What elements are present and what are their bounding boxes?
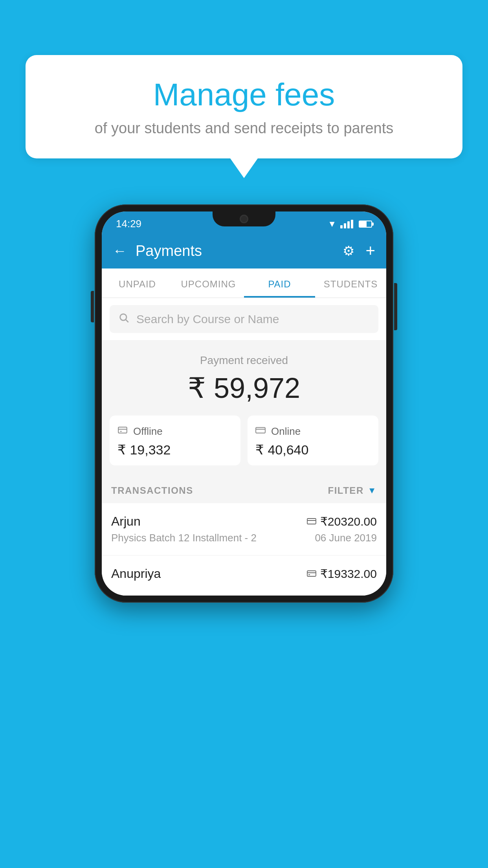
- transaction-top-arjun: Arjun ₹20320.00: [111, 514, 377, 529]
- wifi-icon: ▼: [328, 219, 336, 229]
- offline-card-header: Offline: [117, 425, 233, 438]
- search-input-wrapper[interactable]: Search by Course or Name: [110, 305, 378, 333]
- tab-paid[interactable]: PAID: [244, 268, 315, 298]
- speech-bubble: Manage fees of your students and send re…: [26, 55, 462, 158]
- signal-bars-icon: [340, 220, 353, 228]
- svg-rect-2: [118, 427, 127, 433]
- tab-unpaid[interactable]: UNPAID: [102, 268, 173, 298]
- online-label: Online: [271, 425, 301, 438]
- search-icon: [118, 312, 129, 326]
- svg-line-1: [126, 320, 128, 322]
- offline-payment-icon: [117, 425, 128, 438]
- payment-received-label: Payment received: [110, 354, 378, 367]
- tab-upcoming[interactable]: UPCOMING: [173, 268, 244, 298]
- bubble-title: Manage fees: [49, 77, 439, 113]
- transaction-amount-anupriya: ₹19332.00: [320, 567, 377, 581]
- transaction-date-arjun: 06 June 2019: [315, 532, 377, 544]
- online-card-header: Online: [255, 425, 371, 438]
- search-container: Search by Course or Name: [102, 298, 386, 340]
- svg-rect-7: [307, 519, 316, 524]
- table-row[interactable]: Anupriya ₹19332.00: [102, 555, 386, 596]
- transactions-header: TRANSACTIONS FILTER ▼: [102, 476, 386, 503]
- status-icons: ▼: [328, 219, 372, 229]
- phone-device: 14:29 ▼: [95, 204, 393, 603]
- table-row[interactable]: Arjun ₹20320.00 Physics Batch 12 Install…: [102, 503, 386, 555]
- status-time: 14:29: [116, 218, 141, 230]
- transactions-label: TRANSACTIONS: [111, 485, 193, 496]
- page-title: Payments: [136, 243, 343, 259]
- transaction-name-arjun: Arjun: [111, 514, 141, 529]
- svg-point-0: [120, 314, 127, 320]
- transaction-amount-arjun: ₹20320.00: [320, 515, 377, 528]
- online-mode-icon-arjun: [307, 516, 316, 527]
- add-button[interactable]: +: [365, 241, 375, 260]
- battery-icon: [359, 221, 372, 228]
- phone-screen: 14:29 ▼: [102, 211, 386, 596]
- offline-mode-icon-anupriya: [307, 568, 316, 579]
- header-actions: ⚙ +: [343, 241, 375, 260]
- offline-payment-card: Offline ₹ 19,332: [110, 416, 240, 465]
- tabs-bar: UNPAID UPCOMING PAID STUDENTS: [102, 268, 386, 298]
- online-payment-card: Online ₹ 40,640: [248, 416, 378, 465]
- speech-bubble-container: Manage fees of your students and send re…: [26, 55, 462, 178]
- online-payment-icon: [255, 425, 266, 438]
- transaction-course-arjun: Physics Batch 12 Installment - 2: [111, 532, 257, 544]
- phone-notch: [213, 211, 275, 226]
- transaction-top-anupriya: Anupriya ₹19332.00: [111, 566, 377, 581]
- app-header: ← Payments ⚙ +: [102, 233, 386, 268]
- offline-amount: ₹ 19,332: [117, 442, 233, 458]
- online-amount: ₹ 40,640: [255, 442, 371, 458]
- payment-total-amount: ₹ 59,972: [110, 371, 378, 405]
- phone-outer: 14:29 ▼: [95, 204, 393, 603]
- payment-summary: Payment received ₹ 59,972: [102, 340, 386, 476]
- front-camera: [240, 215, 248, 223]
- tab-students[interactable]: STUDENTS: [315, 268, 386, 298]
- speech-bubble-arrow: [230, 158, 258, 178]
- settings-icon[interactable]: ⚙: [343, 243, 354, 259]
- back-button[interactable]: ←: [113, 243, 127, 259]
- offline-label: Offline: [133, 425, 163, 438]
- svg-rect-9: [307, 571, 316, 576]
- transaction-bottom-arjun: Physics Batch 12 Installment - 2 06 June…: [111, 532, 377, 544]
- filter-icon: ▼: [368, 485, 377, 496]
- transaction-amount-wrap-arjun: ₹20320.00: [307, 515, 377, 528]
- transaction-name-anupriya: Anupriya: [111, 566, 161, 581]
- svg-rect-5: [256, 428, 265, 433]
- filter-label: FILTER: [328, 485, 364, 496]
- search-placeholder-text: Search by Course or Name: [136, 313, 279, 326]
- transaction-amount-wrap-anupriya: ₹19332.00: [307, 567, 377, 581]
- payment-cards: Offline ₹ 19,332: [110, 416, 378, 465]
- bubble-subtitle: of your students and send receipts to pa…: [49, 120, 439, 137]
- filter-button[interactable]: FILTER ▼: [328, 485, 377, 496]
